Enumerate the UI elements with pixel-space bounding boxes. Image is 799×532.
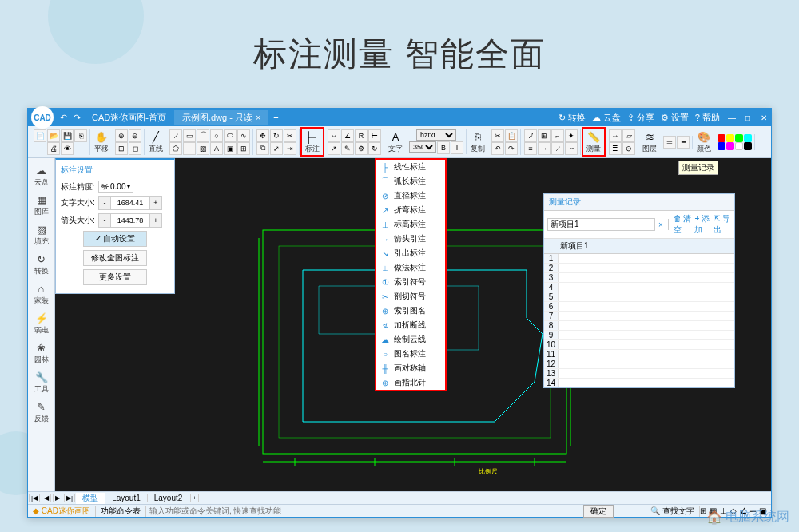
maximize-button[interactable]: □ — [741, 111, 755, 124]
model-tab[interactable]: 模型 — [76, 493, 105, 504]
italic-button[interactable]: I — [451, 141, 463, 154]
dropdown-item-1[interactable]: ⌒弧长标注 — [376, 174, 445, 189]
dist-icon[interactable]: ↔ — [609, 129, 622, 142]
color-button[interactable]: 🎨 颜色 — [694, 129, 714, 155]
list-row[interactable]: 4 — [544, 283, 734, 292]
rotate-icon[interactable]: ↻ — [270, 129, 283, 142]
cloud-button[interactable]: ☁ 云盘 — [592, 112, 621, 124]
zoom-window-icon[interactable]: ◻ — [129, 142, 141, 155]
export-button[interactable]: ⇱ 导出 — [714, 213, 731, 236]
layout1-tab[interactable]: Layout1 — [105, 494, 148, 502]
settings-button[interactable]: ⚙ 设置 — [661, 112, 689, 124]
rect-icon[interactable]: ▭ — [183, 129, 196, 142]
color-blue[interactable] — [718, 142, 725, 150]
precision-select[interactable]: ℀ 0.00 ▾ — [98, 181, 133, 193]
color-magenta[interactable] — [726, 142, 734, 150]
id-icon[interactable]: ⊙ — [622, 142, 635, 155]
convert-button[interactable]: ↻ 转换 — [559, 112, 586, 124]
pan-button[interactable]: ✋ 平移 — [91, 129, 112, 155]
tab-prev-icon[interactable]: ◀ — [42, 494, 51, 502]
dropdown-item-6[interactable]: ↘引出标注 — [376, 246, 445, 260]
color-red[interactable] — [718, 134, 725, 142]
dim-linear-icon[interactable]: ↔ — [328, 129, 340, 142]
textsize-stepper[interactable]: - + — [98, 196, 162, 210]
color-cyan[interactable] — [744, 134, 752, 142]
list-row[interactable]: 13 — [544, 369, 734, 379]
zoom-fit-icon[interactable]: ⊡ — [115, 142, 128, 155]
close-button[interactable]: ✕ — [757, 111, 771, 124]
layout2-tab[interactable]: Layout2 — [148, 494, 190, 502]
measure-button[interactable]: 📏 测量 — [582, 127, 606, 157]
polyline-icon[interactable]: ⟋ — [169, 129, 182, 142]
dim-radius-icon[interactable]: R — [355, 129, 368, 142]
list-row[interactable]: 5 — [544, 292, 734, 302]
cmd-list-button[interactable]: 功能命令表 — [96, 506, 146, 517]
circle-icon[interactable]: ○ — [210, 129, 223, 142]
textsize-input[interactable] — [110, 197, 150, 209]
color-green[interactable] — [735, 134, 743, 142]
list-row[interactable]: 9 — [544, 331, 734, 340]
linetype-icon[interactable]: ═ — [663, 136, 676, 149]
inc-button[interactable]: + — [150, 197, 161, 209]
inc-button[interactable]: + — [150, 214, 161, 227]
export-icon[interactable]: ⎘ — [74, 129, 87, 142]
chamfer-icon[interactable]: ⟋ — [551, 142, 564, 155]
arrowsize-stepper[interactable]: - + — [98, 213, 162, 228]
sidebar-item-3[interactable]: ↻转换 — [30, 250, 54, 278]
open-icon[interactable]: 📂 — [47, 129, 60, 142]
arrowsize-input[interactable] — [110, 214, 150, 227]
dropdown-item-2[interactable]: ⊘直径标注 — [376, 189, 445, 203]
list-row[interactable]: 1 — [544, 254, 734, 264]
dropdown-item-15[interactable]: ⊕画指北针 — [376, 375, 445, 390]
add-button[interactable]: + 添加 — [694, 213, 710, 236]
dropdown-item-4[interactable]: ⊥标高标注 — [376, 217, 445, 232]
redo-icon[interactable]: ↷ — [505, 142, 518, 155]
sidebar-item-7[interactable]: 🔧工具 — [30, 368, 54, 396]
bold-button[interactable]: B — [437, 141, 450, 154]
align-icon[interactable]: ≡ — [524, 142, 537, 155]
list-row[interactable]: 12 — [544, 359, 734, 369]
font-select[interactable]: hztxt — [416, 129, 456, 141]
extend-icon[interactable]: ⇥ — [284, 142, 296, 155]
stretch-icon[interactable]: ↔ — [538, 142, 551, 155]
array-icon[interactable]: ⊞ — [538, 129, 551, 142]
nav-back-icon[interactable]: ↶ — [57, 113, 70, 123]
list-row[interactable]: 8 — [544, 321, 734, 331]
dim-update-icon[interactable]: ↻ — [368, 142, 381, 155]
list-row[interactable]: 10 — [544, 340, 734, 350]
dropdown-item-12[interactable]: ☁绘制云线 — [376, 332, 445, 347]
mirror-icon[interactable]: ⧉ — [256, 142, 269, 155]
sidebar-item-1[interactable]: ▦图库 — [30, 191, 54, 219]
dropdown-item-0[interactable]: ├线性标注 — [376, 160, 445, 174]
tab-next-icon[interactable]: ▶ — [53, 494, 62, 502]
sidebar-item-5[interactable]: ⚡弱电 — [30, 309, 54, 337]
dropdown-item-10[interactable]: ⊕索引图名 — [376, 304, 445, 318]
list-row[interactable]: 2 — [544, 264, 734, 273]
minimize-button[interactable]: — — [725, 111, 739, 124]
dim-style-icon[interactable]: ⚙ — [355, 142, 368, 155]
list-row[interactable]: 6 — [544, 302, 734, 312]
auto-settings-button[interactable]: ✓ 自动设置 — [83, 231, 147, 247]
color-yellow[interactable] — [726, 134, 734, 142]
dropdown-item-11[interactable]: ↯加折断线 — [376, 318, 445, 332]
dropdown-item-7[interactable]: ⟂做法标注 — [376, 260, 445, 275]
arc-icon[interactable]: ⌒ — [197, 129, 209, 142]
tab-home[interactable]: CAD迷你画图-首页 — [84, 110, 174, 125]
block-icon[interactable]: ▣ — [224, 142, 237, 155]
dropdown-item-3[interactable]: ↗折弯标注 — [376, 203, 445, 217]
text-icon[interactable]: A — [210, 142, 223, 155]
save-icon[interactable]: 💾 — [61, 129, 74, 142]
undo-icon[interactable]: ↶ — [491, 142, 504, 155]
project-close-icon[interactable]: × — [658, 220, 663, 229]
tab-close-icon[interactable]: × — [256, 113, 260, 122]
break-icon[interactable]: ╌ — [565, 142, 578, 155]
area-icon[interactable]: ▱ — [622, 129, 635, 142]
tab-document[interactable]: 示例图.dwg - 只读× — [174, 110, 268, 125]
color-black[interactable] — [744, 142, 752, 150]
cut-icon[interactable]: ✂ — [491, 129, 504, 142]
dropdown-item-9[interactable]: ✂剖切符号 — [376, 289, 445, 304]
explode-icon[interactable]: ✦ — [565, 129, 578, 142]
leader-icon[interactable]: ↗ — [328, 142, 340, 155]
dim-angle-icon[interactable]: ∠ — [341, 129, 354, 142]
zoomout-icon[interactable]: ⊖ — [129, 129, 141, 142]
